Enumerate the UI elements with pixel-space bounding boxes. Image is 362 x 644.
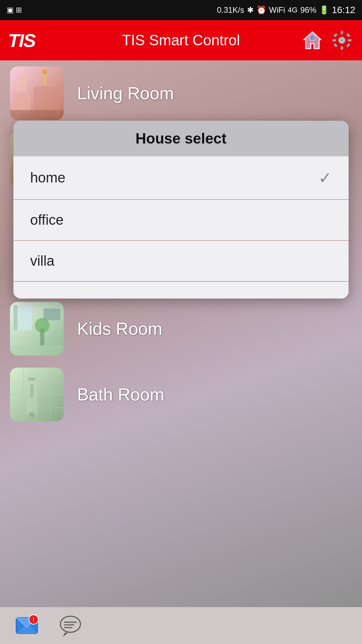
room-thumbnail-kids	[10, 302, 64, 356]
status-bar: ▣ ⊞ 0.31K/s ✱ ⏰ WiFi 4G 96% 🔋 16:12	[0, 0, 362, 20]
settings-icon	[332, 30, 352, 50]
clock: 16:12	[332, 5, 355, 15]
svg-rect-8	[334, 33, 337, 37]
sim-icon: ▣ ⊞	[7, 6, 22, 14]
svg-point-19	[42, 69, 48, 74]
bottom-bar: !	[0, 607, 362, 644]
settings-button[interactable]	[330, 28, 354, 52]
header-action-icons	[300, 28, 354, 52]
living-room-image	[10, 66, 64, 120]
home-button[interactable]	[300, 28, 324, 52]
wifi-icon: WiFi	[269, 5, 285, 15]
svg-rect-20	[10, 110, 64, 120]
svg-rect-32	[13, 305, 17, 330]
battery-icon: 🔋	[319, 5, 329, 15]
svg-rect-9	[346, 33, 350, 37]
status-icons: 0.31K/s ✱ ⏰ WiFi 4G 96% 🔋 16:12	[217, 5, 355, 15]
svg-point-55	[60, 616, 80, 632]
svg-point-13	[341, 39, 343, 42]
home-icon	[302, 30, 322, 50]
sms-icon: !	[15, 613, 39, 638]
modal-header: House select	[13, 121, 349, 156]
svg-rect-11	[346, 43, 350, 47]
battery-level: 96%	[300, 5, 316, 15]
room-item-bath-room[interactable]: Bath Room	[0, 362, 362, 427]
network-speed: 0.31K/s	[217, 5, 244, 15]
svg-rect-35	[10, 345, 64, 356]
svg-rect-47	[30, 384, 34, 398]
sms-button[interactable]: !	[13, 612, 40, 639]
bluetooth-icon: ✱	[247, 5, 254, 15]
room-item-living-room[interactable]: Living Room	[0, 60, 362, 126]
room-name-kids: Kids Room	[77, 319, 162, 339]
house-option-home-label: home	[30, 170, 65, 186]
svg-rect-45	[28, 378, 35, 380]
kids-room-image	[10, 302, 64, 356]
svg-text:!: !	[33, 617, 34, 623]
house-option-villa[interactable]: villa	[13, 241, 349, 282]
chat-icon	[58, 613, 82, 638]
svg-rect-5	[341, 46, 343, 50]
signal-icon: 4G	[288, 6, 298, 14]
svg-rect-2	[310, 35, 315, 40]
house-option-office-label: office	[30, 212, 64, 228]
chat-button[interactable]	[57, 612, 84, 639]
room-name-bath: Bath Room	[77, 384, 164, 405]
svg-rect-6	[333, 39, 336, 41]
house-option-villa-label: villa	[30, 253, 54, 269]
house-option-office[interactable]: office	[13, 200, 349, 241]
status-bar-left-icons: ▣ ⊞	[7, 6, 22, 14]
modal-bottom-padding	[13, 282, 349, 299]
svg-rect-36	[44, 309, 60, 320]
app-title: TIS Smart Control	[122, 32, 240, 49]
house-select-modal[interactable]: House select home ✓ office villa	[13, 121, 349, 299]
room-item-kids-room[interactable]: Kids Room	[0, 296, 362, 362]
svg-rect-7	[348, 39, 351, 41]
room-thumbnail-living	[10, 66, 64, 120]
svg-rect-18	[44, 73, 46, 85]
svg-point-46	[29, 412, 35, 417]
svg-rect-17	[17, 76, 27, 92]
svg-rect-4	[341, 31, 343, 34]
app-header: TIS TIS Smart Control	[0, 20, 362, 60]
home-checkmark: ✓	[318, 168, 332, 187]
bath-room-image	[10, 368, 64, 421]
house-option-home[interactable]: home ✓	[13, 156, 349, 200]
tis-logo: TIS	[8, 30, 35, 51]
modal-title: House select	[27, 130, 335, 147]
svg-rect-10	[334, 43, 337, 47]
room-name-living: Living Room	[77, 83, 174, 103]
alarm-icon: ⏰	[256, 5, 266, 15]
room-thumbnail-bath	[10, 368, 64, 421]
